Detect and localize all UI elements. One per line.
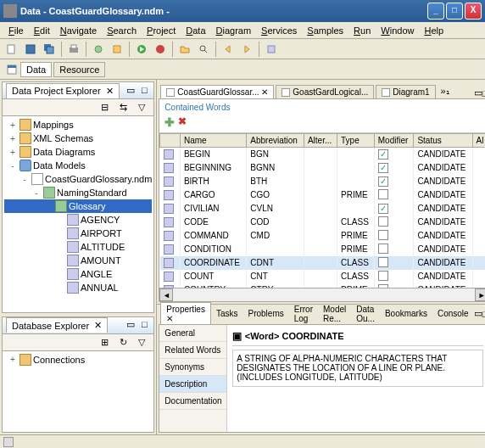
props-nav-documentation[interactable]: Documentation bbox=[159, 393, 226, 410]
open-perspective-icon[interactable] bbox=[3, 61, 20, 78]
column-header[interactable]: Al bbox=[472, 134, 485, 148]
table-row[interactable]: COUNTRYCTRYPRIMECANDIDATE bbox=[160, 283, 485, 288]
editor-tab[interactable]: GoastGardLogical... bbox=[276, 85, 374, 98]
db-refresh-icon[interactable]: ↻ bbox=[114, 333, 131, 350]
modifier-checkbox[interactable]: ✓ bbox=[378, 163, 388, 173]
tab-modelre[interactable]: Model Re... bbox=[318, 303, 351, 325]
modifier-checkbox[interactable]: ✓ bbox=[378, 149, 388, 160]
modifier-checkbox[interactable]: ✓ bbox=[378, 176, 388, 187]
back-icon[interactable] bbox=[220, 41, 237, 58]
run-icon[interactable] bbox=[133, 41, 150, 58]
scroll-right-icon[interactable]: ► bbox=[475, 288, 485, 301]
tree-item[interactable]: -CoastGuardGlossary.ndm bbox=[4, 172, 152, 186]
tree-item[interactable]: +Mappings bbox=[4, 118, 152, 132]
table-row[interactable]: COUNTCNTCLASSCANDIDATE bbox=[160, 270, 485, 283]
new-icon[interactable] bbox=[3, 41, 20, 58]
table-row[interactable]: BEGINBGN✓CANDIDATE bbox=[160, 148, 485, 161]
view-ctl-icon[interactable]: □ bbox=[482, 88, 485, 98]
table-row[interactable]: BIRTHBTH✓CANDIDATE bbox=[160, 175, 485, 188]
column-header[interactable]: Abbreviation bbox=[247, 134, 304, 148]
column-header[interactable]: Status bbox=[414, 134, 472, 148]
more-tabs[interactable]: »₁ bbox=[438, 84, 453, 98]
column-header[interactable]: Type bbox=[337, 134, 375, 148]
editor-tab[interactable]: CoastGuardGlossar... ✕ bbox=[160, 85, 274, 98]
menu-window[interactable]: Window bbox=[376, 24, 419, 37]
menu-help[interactable]: Help bbox=[419, 24, 449, 37]
menu-file[interactable]: File bbox=[3, 24, 29, 37]
tree-item[interactable]: +Data Diagrams bbox=[4, 145, 152, 159]
modifier-checkbox[interactable] bbox=[378, 189, 388, 199]
tab-properties[interactable]: Properties ✕ bbox=[160, 302, 211, 325]
table-row[interactable]: CARGOCGOPRIMECANDIDATE bbox=[160, 188, 485, 202]
perspective-data[interactable]: Data bbox=[20, 62, 52, 77]
dbexp-tab[interactable]: Database Explorer ✕ bbox=[6, 317, 108, 333]
minimize-view-icon[interactable]: ▭ bbox=[125, 319, 137, 331]
table-row[interactable]: BEGINNINGBGNN✓CANDIDATE bbox=[160, 161, 485, 175]
db-filter-icon[interactable]: ▽ bbox=[133, 333, 150, 350]
maximize-view-icon[interactable]: □ bbox=[482, 309, 485, 319]
modifier-checkbox[interactable] bbox=[378, 230, 388, 240]
column-header[interactable] bbox=[160, 134, 181, 148]
minimize-view-icon[interactable]: ▭ bbox=[474, 308, 482, 319]
table-row[interactable]: COMMANDCMDPRIMECANDIDATE bbox=[160, 229, 485, 243]
menu-run[interactable]: Run bbox=[348, 24, 376, 37]
tree-item[interactable]: ANNUAL bbox=[4, 281, 152, 294]
close-button[interactable]: X bbox=[465, 3, 482, 20]
props-nav-relatedwords[interactable]: Related Words bbox=[159, 342, 226, 359]
menu-edit[interactable]: Edit bbox=[29, 24, 55, 37]
tool3-icon[interactable] bbox=[263, 41, 280, 58]
modifier-checkbox[interactable] bbox=[378, 271, 388, 281]
tree-item[interactable]: AGENCY bbox=[4, 213, 152, 227]
ext-icon[interactable] bbox=[152, 41, 169, 58]
menu-icon[interactable]: ▽ bbox=[133, 99, 150, 116]
tree-item[interactable]: -Glossary bbox=[4, 199, 152, 213]
db-tree[interactable]: +Connections bbox=[3, 351, 153, 432]
minimize-view-icon[interactable]: ▭ bbox=[125, 85, 137, 97]
save-icon[interactable] bbox=[22, 41, 39, 58]
modifier-checkbox[interactable]: ✓ bbox=[378, 204, 388, 214]
menu-diagram[interactable]: Diagram bbox=[211, 24, 257, 37]
table-row[interactable]: CODECODCLASSCANDIDATE bbox=[160, 216, 485, 229]
props-nav-description[interactable]: Description bbox=[159, 376, 226, 393]
modifier-checkbox[interactable] bbox=[378, 244, 388, 254]
tab-problems[interactable]: Problems bbox=[243, 307, 289, 320]
maximize-view-icon[interactable]: □ bbox=[138, 319, 150, 331]
editor-tab[interactable]: Diagram1 bbox=[376, 85, 435, 98]
tree-item[interactable]: AIRPORT bbox=[4, 227, 152, 240]
modifier-checkbox[interactable] bbox=[378, 257, 388, 267]
add-icon[interactable]: ✚ bbox=[164, 115, 175, 129]
search-icon[interactable] bbox=[195, 41, 212, 58]
minimize-button[interactable]: _ bbox=[427, 3, 444, 20]
link-icon[interactable]: ⇆ bbox=[114, 99, 131, 116]
table-row[interactable]: COORDINATECDNTCLASSCANDIDATE bbox=[160, 256, 485, 270]
horizontal-scrollbar[interactable]: ◄ ► bbox=[159, 288, 485, 301]
modifier-checkbox[interactable] bbox=[378, 216, 388, 227]
print-icon[interactable] bbox=[65, 41, 82, 58]
scroll-left-icon[interactable]: ◄ bbox=[159, 288, 173, 301]
delete-icon[interactable]: ✖ bbox=[178, 115, 187, 129]
explorer-tab[interactable]: Data Project Explorer ✕ bbox=[6, 83, 120, 98]
tree-item[interactable]: -Data Models bbox=[4, 159, 152, 172]
project-tree[interactable]: +Mappings+XML Schemas+Data Diagrams-Data… bbox=[3, 116, 153, 312]
tree-item[interactable]: -NamingStandard bbox=[4, 186, 152, 199]
collapse-icon[interactable]: ⊟ bbox=[96, 99, 113, 116]
props-nav-synonyms[interactable]: Synonyms bbox=[159, 359, 226, 376]
tree-item[interactable]: ANGLE bbox=[4, 267, 152, 281]
tool-icon[interactable] bbox=[90, 41, 107, 58]
menu-navigate[interactable]: Navigate bbox=[55, 24, 102, 37]
description-field[interactable]: A STRING OF ALPHA-NUMERIC CHARACTERS THA… bbox=[232, 350, 483, 387]
view-ctl-icon[interactable]: ▭ bbox=[474, 87, 482, 98]
menu-services[interactable]: Services bbox=[256, 24, 302, 37]
maximize-button[interactable]: □ bbox=[446, 3, 463, 20]
maximize-view-icon[interactable]: □ bbox=[138, 85, 150, 97]
modifier-checkbox[interactable] bbox=[378, 284, 388, 288]
tab-console[interactable]: Console bbox=[432, 307, 474, 320]
tree-item[interactable]: AMOUNT bbox=[4, 254, 152, 267]
tree-item[interactable]: ALTITUDE bbox=[4, 240, 152, 254]
folder-icon[interactable] bbox=[176, 41, 193, 58]
column-header[interactable]: Alter... bbox=[304, 134, 337, 148]
tree-item[interactable]: +Connections bbox=[4, 353, 152, 367]
tab-tasks[interactable]: Tasks bbox=[211, 307, 243, 320]
forward-icon[interactable] bbox=[238, 41, 255, 58]
props-nav-general[interactable]: General bbox=[159, 325, 226, 342]
